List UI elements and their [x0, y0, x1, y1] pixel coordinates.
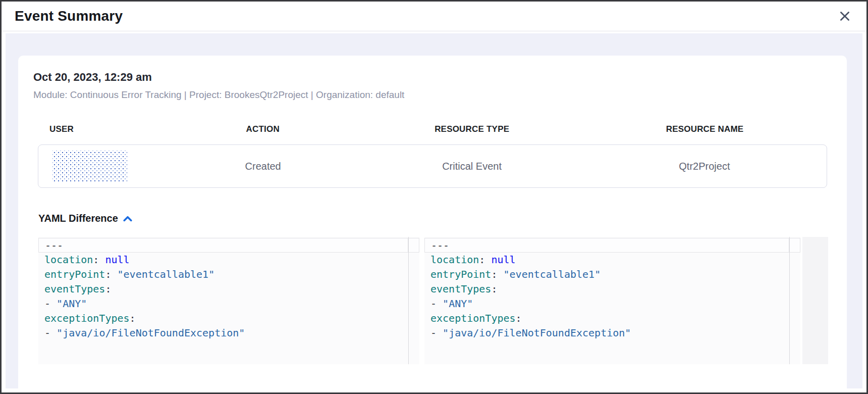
yaml-panel-right[interactable]: ---location: nullentryPoint: "eventcalla… — [424, 237, 800, 364]
gutter-highlight — [409, 238, 419, 253]
table-row: Created Critical Event Qtr2Project — [38, 144, 827, 188]
header-user: USER — [38, 124, 164, 134]
yaml-gutter-left — [408, 237, 419, 364]
yaml-code-line: location: null — [430, 253, 785, 267]
yaml-code-area-right: ---location: nullentryPoint: "eventcalla… — [424, 237, 789, 364]
yaml-code-line: - "ANY" — [430, 297, 785, 311]
dialog-body-background: Oct 20, 2023, 12:29 am Module: Continuou… — [6, 33, 862, 388]
action-cell: Created — [165, 161, 362, 172]
gutter-highlight — [790, 238, 800, 253]
resource-name-cell: Qtr2Project — [582, 161, 827, 172]
table-header-row: USER ACTION RESOURCE TYPE RESOURCE NAME — [38, 124, 827, 134]
yaml-code-line: eventTypes: — [44, 282, 404, 297]
dialog-body: Oct 20, 2023, 12:29 am Module: Continuou… — [3, 33, 865, 391]
close-icon — [838, 10, 851, 23]
yaml-code-line: - "ANY" — [44, 297, 404, 311]
yaml-difference-label: YAML Difference — [38, 213, 118, 224]
header-resource-name: RESOURCE NAME — [582, 124, 827, 134]
yaml-diff-container: ---location: nullentryPoint: "eventcalla… — [38, 237, 832, 364]
dialog-header: Event Summary — [2, 2, 866, 31]
yaml-code-line: entryPoint: "eventcallable1" — [430, 267, 785, 282]
scrollbar-track[interactable] — [802, 237, 828, 364]
yaml-difference-toggle[interactable]: YAML Difference — [38, 213, 132, 224]
page-title: Event Summary — [15, 8, 123, 24]
yaml-code-line: location: null — [44, 253, 404, 267]
header-resource-type: RESOURCE TYPE — [361, 124, 582, 134]
event-timestamp: Oct 20, 2023, 12:29 am — [33, 71, 832, 84]
yaml-code-line: entryPoint: "eventcallable1" — [44, 267, 404, 282]
header-action: ACTION — [164, 124, 361, 134]
redacted-user-pattern — [52, 151, 127, 182]
yaml-panel-left[interactable]: ---location: nullentryPoint: "eventcalla… — [38, 237, 419, 364]
chevron-up-icon — [123, 215, 132, 222]
resource-type-cell: Critical Event — [361, 161, 582, 172]
yaml-code-line: --- — [38, 238, 408, 253]
yaml-code-area-left: ---location: nullentryPoint: "eventcalla… — [38, 237, 408, 364]
yaml-code-line: exceptionTypes: — [44, 311, 404, 326]
yaml-code-line: - "java/io/FileNotFoundException" — [430, 326, 785, 340]
event-meta: Module: Continuous Error Tracking | Proj… — [33, 89, 832, 101]
user-cell — [38, 151, 165, 182]
yaml-code-line: - "java/io/FileNotFoundException" — [44, 326, 404, 340]
yaml-code-line: exceptionTypes: — [430, 311, 785, 326]
audit-table: USER ACTION RESOURCE TYPE RESOURCE NAME … — [38, 124, 827, 188]
event-card: Oct 20, 2023, 12:29 am Module: Continuou… — [18, 56, 847, 388]
yaml-code-line: --- — [424, 238, 789, 253]
event-summary-dialog: { "dialog": { "title": "Event Summary" }… — [0, 0, 868, 394]
close-button[interactable] — [836, 8, 853, 25]
yaml-code-line: eventTypes: — [430, 282, 785, 297]
yaml-gutter-right — [789, 237, 800, 364]
